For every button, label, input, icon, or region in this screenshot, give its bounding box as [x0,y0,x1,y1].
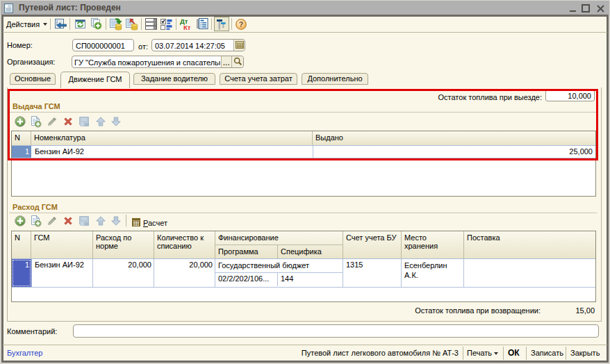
svg-text:ОК: ОК [84,222,90,226]
svg-text:?: ? [239,20,243,28]
